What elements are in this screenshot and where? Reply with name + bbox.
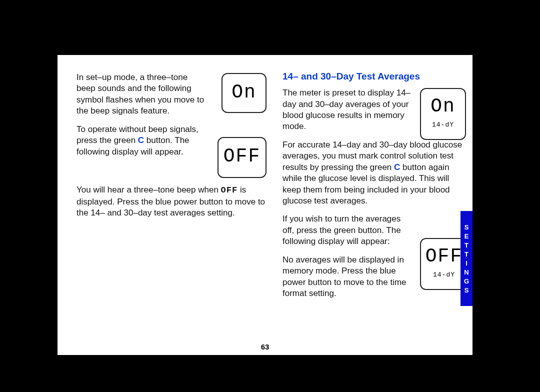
lcd-off-left-text: OFF [218,138,266,166]
lcd-on-right-text: On [421,89,465,116]
para-accurate: For accurate 14–day and 30–day blood glu… [282,140,468,207]
page-content: In set–up mode, a three–tone beep sounds… [58,55,472,355]
c-button-ref-2: C [394,162,400,172]
lcd-box-off-left: OFF [218,137,266,178]
para-beep-intro: In set–up mode, a three–tone beep sounds… [76,72,206,117]
lcd-box-on-right: On 14-dY [420,88,466,140]
para-off-beep: You will hear a three–tone beep when OFF… [76,184,266,218]
para-preset: The meter is preset to display 14–day an… [282,88,418,132]
section-title: 14– and 30–Day Test Averages [282,70,468,82]
lcd-on-left-text: On [222,74,266,102]
para-off-a: You will hear a three–tone beep when [76,185,221,194]
page-number: 63 [58,342,472,351]
manual-page: In set–up mode, a three–tone beep sounds… [58,55,472,355]
para-no-avg: No averages will be displayed in memory … [282,254,414,300]
para-beep-off: To operate without beep signals, press t… [76,124,206,158]
side-tab-settings: SETTINGS [460,211,472,306]
lcd-box-on-left: On [222,73,266,113]
c-button-ref: C [138,136,144,145]
lcd-on-right-sub: 14-dY [421,121,465,128]
para-turn-off: If you wish to turn the averages off, pr… [282,214,414,247]
lcd-word-off: OFF [221,186,238,195]
